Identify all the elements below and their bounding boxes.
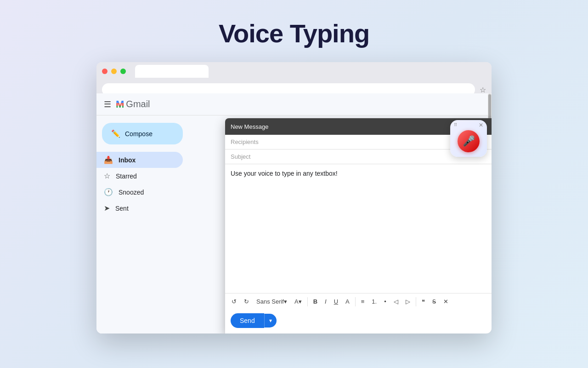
compose-pencil-icon: ✏️ (111, 129, 120, 138)
gmail-logo: M Gmail (116, 98, 150, 110)
gmail-main: New Message − ⤢ ✕ Recipients Subject (188, 115, 492, 334)
hamburger-icon[interactable]: ☰ (104, 99, 111, 109)
remove-format-button[interactable]: ✕ (441, 296, 451, 307)
sidebar-item-starred-label: Starred (116, 172, 137, 180)
sidebar-item-sent[interactable]: ➤ Sent (96, 200, 183, 216)
browser-dot-green[interactable] (120, 69, 126, 74)
font-size-label: A (294, 298, 299, 305)
toolbar-separator-2 (355, 297, 356, 306)
compose-label: Compose (125, 130, 153, 138)
gmail-text: Gmail (126, 99, 150, 109)
quote-button[interactable]: ❝ (419, 296, 428, 307)
font-size-button[interactable]: A ▾ (292, 296, 305, 307)
indent-increase-button[interactable]: ▷ (403, 296, 413, 307)
italic-button[interactable]: I (322, 296, 329, 307)
compose-button[interactable]: ✏️ Compose (102, 123, 183, 144)
sidebar-item-starred[interactable]: ☆ Starred (96, 168, 183, 184)
compose-body-text: Use your voice to type in any textbox! (231, 170, 338, 177)
voice-typing-widget[interactable]: ⠿ ✕ 🎤 (450, 120, 487, 157)
sent-icon: ➤ (104, 204, 110, 213)
compose-subject-label: Subject (231, 153, 250, 160)
voice-widget-close-button[interactable]: ✕ (479, 122, 483, 128)
star-icon: ☆ (104, 172, 110, 180)
snoozed-icon: 🕐 (104, 188, 113, 196)
page-title: Voice Typing (219, 18, 369, 48)
browser-dot-yellow[interactable] (111, 69, 117, 74)
compose-dialog-title: New Message (231, 123, 268, 130)
sidebar-item-inbox[interactable]: 📥 Inbox (96, 152, 183, 168)
sidebar-item-sent-label: Sent (115, 205, 129, 212)
browser-dot-red[interactable] (102, 69, 107, 74)
compose-recipients-label: Recipients (231, 138, 259, 145)
font-dropdown-icon: ▾ (284, 298, 287, 305)
gmail-header: ☰ M Gmail (96, 93, 492, 115)
underline-button[interactable]: U (331, 296, 341, 307)
voice-mic-container[interactable]: 🎤 (458, 130, 480, 152)
compose-toolbar: ↺ ↻ Sans Serif ▾ A ▾ B I U (225, 293, 492, 310)
font-label: Sans Serif (256, 298, 284, 305)
browser-tab[interactable] (135, 65, 209, 78)
scrollbar-thumb (488, 94, 491, 122)
bold-button[interactable]: B (311, 296, 320, 307)
microphone-icon: 🎤 (463, 135, 475, 147)
gmail-m-letter: M (116, 98, 124, 110)
inbox-icon: 📥 (104, 155, 113, 164)
toolbar-separator-1 (307, 297, 308, 306)
bookmark-star-icon[interactable]: ☆ (480, 86, 486, 94)
font-selector[interactable]: Sans Serif ▾ (254, 296, 290, 307)
sidebar-item-inbox-label: Inbox (119, 156, 136, 164)
indent-decrease-button[interactable]: ◁ (391, 296, 401, 307)
send-button[interactable]: Send (231, 313, 264, 328)
undo-button[interactable]: ↺ (229, 296, 239, 307)
sidebar-item-snoozed-label: Snoozed (119, 189, 144, 196)
browser-window: ☆ ☰ M Gmail ✏️ Compose 📥 Inbox (96, 62, 492, 334)
toolbar-separator-3 (416, 297, 416, 306)
redo-button[interactable]: ↻ (241, 296, 252, 307)
numbered-list-button[interactable]: 1. (369, 296, 379, 307)
gmail-window: ☰ M Gmail ✏️ Compose 📥 Inbox ☆ S (96, 93, 492, 334)
voice-widget-grip-icon: ⠿ (454, 123, 457, 127)
bulleted-list-button[interactable]: • (381, 296, 389, 307)
strikethrough-button[interactable]: S̶ (430, 296, 439, 307)
gmail-sidebar: ✏️ Compose 📥 Inbox ☆ Starred 🕐 Snoozed ➤ (96, 115, 188, 334)
voice-widget-header: ⠿ ✕ (450, 120, 487, 130)
gmail-body: ✏️ Compose 📥 Inbox ☆ Starred 🕐 Snoozed ➤ (96, 115, 492, 334)
sidebar-item-snoozed[interactable]: 🕐 Snoozed (96, 184, 183, 200)
browser-titlebar (96, 62, 492, 80)
send-options-button[interactable]: ▾ (264, 314, 277, 328)
align-button[interactable]: ≡ (358, 296, 368, 307)
font-size-dropdown-icon: ▾ (299, 298, 302, 305)
text-color-button[interactable]: A (343, 296, 352, 307)
compose-body-field[interactable]: Use your voice to type in any textbox! (225, 164, 492, 293)
send-button-group: Send ▾ (225, 310, 492, 334)
